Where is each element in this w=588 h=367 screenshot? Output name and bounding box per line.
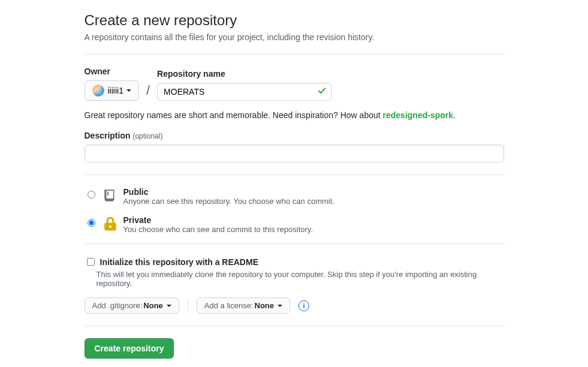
caret-down-icon [278,305,282,307]
divider [85,175,504,175]
public-title: Public [123,187,334,197]
private-radio[interactable] [88,219,95,227]
check-icon [318,87,326,97]
owner-label: Owner [85,67,139,76]
private-title: Private [123,215,313,225]
info-icon[interactable]: i [298,300,309,311]
repo-name-input[interactable] [157,83,332,101]
repo-name-label: Repository name [157,69,332,79]
optional-text: (optional) [132,132,162,140]
divider [85,243,504,244]
visibility-public[interactable]: Public Anyone can see this repository. Y… [85,187,504,206]
description-label: Description (optional) [85,131,163,140]
license-select[interactable]: Add a license: None [197,297,290,314]
suggestion-link[interactable]: redesigned-spork [383,110,453,120]
divider [85,54,504,55]
create-repository-button[interactable]: Create repository [85,338,174,359]
slash-separator: / [146,83,150,98]
svg-point-0 [94,87,101,94]
owner-username: iiiiii1 [108,86,123,95]
svg-rect-1 [107,192,108,196]
public-desc: Anyone can see this repository. You choo… [123,197,334,206]
name-hint: Great repository names are short and mem… [85,110,504,120]
private-desc: You choose who can see and commit to thi… [123,225,313,234]
description-input[interactable] [85,145,504,163]
gitignore-select[interactable]: Add .gitignore: None [85,297,179,314]
page-subtitle: A repository contains all the files for … [85,32,504,42]
repo-icon [102,187,119,204]
lock-icon [102,215,119,232]
readme-desc: This will let you immediately clone the … [97,270,504,288]
readme-checkbox-label[interactable]: Initialize this repository with a README [85,256,504,267]
caret-down-icon [167,305,171,307]
caret-down-icon [126,89,131,92]
avatar [92,85,104,97]
public-radio[interactable] [88,191,95,198]
divider [85,326,504,326]
visibility-private[interactable]: Private You choose who can see and commi… [85,215,504,234]
readme-checkbox[interactable] [87,258,95,266]
page-title: Create a new repository [85,12,504,29]
vertical-divider [188,299,188,313]
owner-select[interactable]: iiiiii1 [85,80,139,101]
